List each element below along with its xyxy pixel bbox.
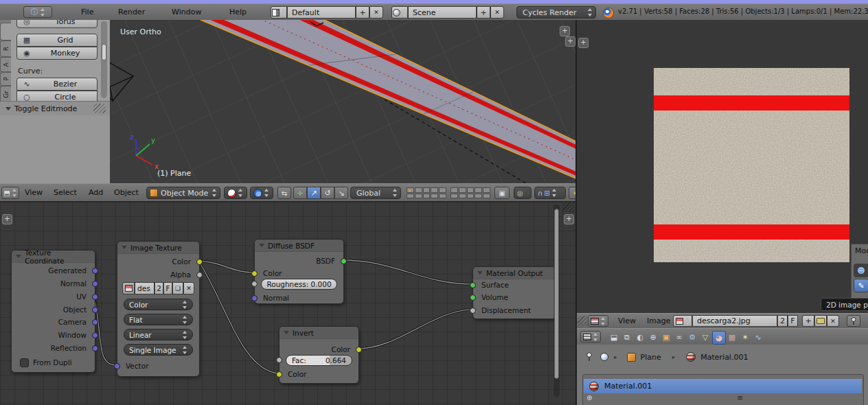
image-name-field[interactable]: des xyxy=(135,282,155,294)
tab-constraints[interactable]: ∞ xyxy=(673,331,685,343)
node-diffuse-bsdf[interactable]: Diffuse BSDF BSDF Color Roughness: 0.000… xyxy=(254,239,344,304)
socket-color-in[interactable] xyxy=(276,371,282,378)
scene-name[interactable]: Scene xyxy=(408,6,477,19)
menu-render[interactable]: Render xyxy=(115,5,148,20)
mask-mode-button[interactable]: ☻ xyxy=(854,264,868,277)
manipulator-axis-button[interactable]: ✛ xyxy=(293,187,307,199)
menu-object[interactable]: Object xyxy=(111,185,141,200)
image-editor-expand-button[interactable]: + xyxy=(578,38,589,48)
socket-surface-in[interactable] xyxy=(470,282,476,288)
material-slot-name[interactable]: Material.001 xyxy=(604,382,652,391)
plane-object[interactable] xyxy=(194,20,575,178)
node-properties-expand-button[interactable]: + xyxy=(564,214,574,224)
close-scene-button[interactable]: ✕ xyxy=(490,6,504,19)
node-image-texture[interactable]: Image Texture Color Alpha des 2 F ❏ ✕ Co… xyxy=(117,241,200,377)
image-users-button[interactable]: 2 xyxy=(777,315,788,327)
pin-button[interactable] xyxy=(847,315,860,327)
socket-color-in[interactable] xyxy=(251,270,258,277)
new-image-button[interactable]: + xyxy=(802,315,814,327)
scene-context-icon[interactable] xyxy=(600,353,608,361)
open-image-button[interactable] xyxy=(814,315,827,327)
fake-user-button[interactable]: F xyxy=(788,315,798,327)
breadcrumb-material[interactable]: Material.001 xyxy=(700,353,748,362)
pin-icon[interactable] xyxy=(585,352,593,362)
image-name-field[interactable]: descarga2.jpg xyxy=(692,315,777,327)
scrollbar-thumb[interactable] xyxy=(102,44,106,60)
orientation-select[interactable]: Global xyxy=(350,187,401,199)
tool-tab-p[interactable]: P xyxy=(0,72,11,86)
material-slot-row-selected[interactable]: Material.001 xyxy=(584,379,862,393)
socket-normal-in[interactable] xyxy=(251,295,258,301)
node-editor-scrollbar[interactable] xyxy=(553,205,560,397)
tool-tab-active[interactable] xyxy=(0,23,11,40)
source-select[interactable]: Single Image xyxy=(124,344,193,356)
camera-wireframe[interactable] xyxy=(110,60,133,101)
tool-tab-gr[interactable]: Gr xyxy=(0,86,11,102)
fake-user-button[interactable]: F xyxy=(163,282,172,294)
editor-type-properties-button[interactable] xyxy=(580,331,601,343)
tab-scene[interactable]: ◐ xyxy=(634,331,646,343)
add-circle-button[interactable]: ○Circle xyxy=(16,91,98,101)
tab-physics[interactable]: ∿ xyxy=(752,331,764,343)
fac-slider[interactable]: Fac:0.664 xyxy=(286,355,352,366)
tool-tab-a[interactable]: A xyxy=(0,57,11,72)
image-editor-canvas[interactable]: + Mod xyxy=(577,20,868,313)
scrollbar-thumb[interactable] xyxy=(554,209,559,379)
tab-texture[interactable]: ▦ xyxy=(726,331,738,343)
add-bezier-button[interactable]: ∿Bezier xyxy=(16,78,98,91)
from-dupli-checkbox[interactable] xyxy=(20,358,29,367)
node-invert[interactable]: Invert Color Fac:0.664 Color xyxy=(279,326,359,384)
image-datablock-row[interactable]: des 2 F ❏ ✕ xyxy=(122,282,194,294)
manipulator-toggle-button[interactable]: ⇆ xyxy=(277,187,291,199)
paint-mode-button[interactable]: ✎ xyxy=(854,279,868,292)
interpolation-select[interactable]: Linear xyxy=(124,329,193,340)
close-layout-button[interactable]: ✕ xyxy=(369,6,383,19)
socket-generated[interactable] xyxy=(92,268,98,274)
viewport-properties-expand-button[interactable]: + xyxy=(560,26,570,36)
collapse-triangle-icon[interactable] xyxy=(16,255,21,258)
menu-add[interactable]: Add xyxy=(86,185,106,200)
editor-type-3d-button[interactable]: ⬒ xyxy=(1,187,19,199)
socket-uv[interactable] xyxy=(92,294,98,300)
socket-window[interactable] xyxy=(92,332,98,338)
list-grab-handle[interactable]: ≡ xyxy=(737,393,742,402)
tool-shelf-scrollbar[interactable] xyxy=(101,21,107,98)
add-monkey-button[interactable]: ◉Monkey xyxy=(16,47,98,60)
socket-roughness-in[interactable] xyxy=(251,281,258,287)
operator-panel-header[interactable]: Toggle Editmode xyxy=(0,101,110,116)
add-slot-icon[interactable]: ⊕ xyxy=(586,394,592,402)
menu-view[interactable]: View xyxy=(615,314,639,328)
menu-help[interactable]: Help xyxy=(227,5,249,20)
socket-volume-in[interactable] xyxy=(470,294,476,301)
corner-resize-grip[interactable] xyxy=(563,202,574,212)
menu-select[interactable]: Select xyxy=(51,185,80,200)
color-space-select[interactable]: Color xyxy=(124,299,193,310)
tab-render[interactable]: ⬓ xyxy=(608,331,620,343)
collapse-triangle-icon[interactable] xyxy=(284,331,289,334)
viewport-expand-button-2[interactable]: + xyxy=(565,36,575,47)
tab-particles[interactable]: ✶ xyxy=(739,331,751,343)
screen-layout-icon-button[interactable] xyxy=(271,6,287,19)
layers-widget[interactable] xyxy=(407,187,490,198)
menu-image[interactable]: Image xyxy=(644,314,673,328)
lock-to-scene-button[interactable]: ▣ xyxy=(494,187,510,199)
mode-select[interactable]: Object Mode xyxy=(146,187,220,199)
tab-render-layers[interactable]: ⧉ xyxy=(621,331,633,343)
tab-world[interactable]: ⊕ xyxy=(647,331,659,343)
image-users-button[interactable]: 2 xyxy=(155,282,163,294)
breadcrumb-object[interactable]: Plane xyxy=(641,353,661,362)
menu-view[interactable]: View xyxy=(22,185,45,200)
menu-window[interactable]: Window xyxy=(169,5,204,20)
socket-vector-in[interactable] xyxy=(114,363,120,369)
tab-object[interactable]: ▣ xyxy=(660,331,672,343)
proportional-edit-select[interactable]: ◎ xyxy=(514,187,532,199)
collapse-triangle-icon[interactable] xyxy=(259,244,264,247)
add-torus-button[interactable]: ◎Torus xyxy=(16,20,98,28)
add-grid-button[interactable]: ▦Grid xyxy=(16,34,98,47)
node-editor[interactable]: Texture Coordinate Generated Normal UV O… xyxy=(0,201,575,405)
socket-camera[interactable] xyxy=(92,319,98,325)
socket-object[interactable] xyxy=(92,307,98,313)
socket-fac-in[interactable] xyxy=(276,357,282,363)
node-toolbar-expand-button[interactable]: + xyxy=(2,214,12,224)
material-slot-list[interactable]: Material.001 ⊕ ≡ xyxy=(582,374,864,405)
